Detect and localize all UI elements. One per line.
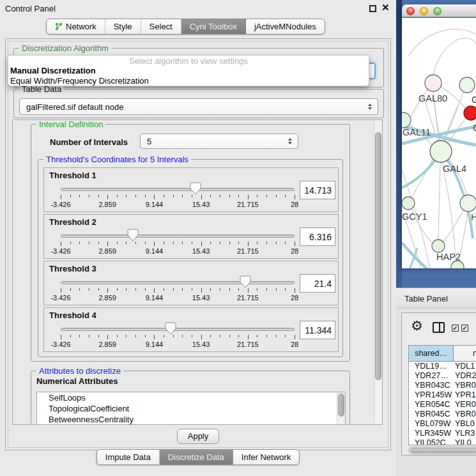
tick-label: 2.859 [98,294,116,302]
tick-mark [220,288,220,291]
threshold-value-field[interactable] [300,274,335,293]
network-edge[interactable] [444,107,458,142]
table-row[interactable]: YBR043CYBR0 [409,381,476,390]
checkbox-checked-icon[interactable]: ✓ [461,325,468,332]
network-graph[interactable]: GAL80GACGAL11GAL4GCY1HHAP2 [402,18,476,268]
table-data-combobox[interactable]: galFiltered.sif default node [19,98,378,115]
zoom-green-icon[interactable] [433,7,441,15]
table-row[interactable]: YLR345WYLR3 [409,429,476,438]
network-edge[interactable] [438,162,440,240]
node-label: GCY1 [402,211,427,222]
tick-mark [164,242,164,244]
network-edge[interactable] [408,29,476,56]
table-horizontal-scrollbar[interactable] [408,447,476,454]
threshold-slider-thumb[interactable] [127,229,139,242]
settings-vertical-scrollbar[interactable] [374,120,382,424]
tick-mark [238,288,239,291]
tick-label: 28 [291,341,298,348]
table-row[interactable]: YER054CYER0 [409,400,476,410]
tick-mark [248,242,249,246]
tab-select[interactable]: Select [141,19,181,34]
scrollbar-thumb[interactable] [375,132,381,380]
attribute-item-topologicalcoefficient[interactable]: TopologicalCoefficient [37,403,345,414]
tick-mark [126,335,127,337]
tick-mark [107,195,108,199]
minimize-yellow-icon[interactable] [420,7,428,15]
tab-style[interactable]: Style [105,19,141,34]
tick-label: 2.859 [98,341,116,348]
threshold-slider-track[interactable] [61,234,295,238]
tab-label: Network [66,22,96,31]
network-node-gal11[interactable] [402,112,411,128]
table-row[interactable]: YDL19…YDL1 [409,362,476,371]
scrollbar-thumb[interactable] [338,394,344,417]
split-columns-icon[interactable] [433,322,445,333]
tick-mark [276,288,277,291]
table-row[interactable]: YBR045CYBR0 [409,410,476,419]
thresholds-group: Threshold's Coordinates for 5 Intervals … [38,159,343,357]
table-data-selected: galFiltered.sif default node [26,102,123,112]
attributes-group: Attributes to discretize Numerical Attri… [31,371,350,425]
threshold-value-field[interactable] [300,321,335,339]
network-canvas[interactable]: GAL80GACGAL11GAL4GCY1HHAP2 [402,18,476,268]
bottom-tab-impute-data[interactable]: Impute Data [97,450,160,464]
network-edge[interactable] [411,157,434,198]
table-row[interactable]: YPR145WYPR1 [409,390,476,400]
threshold-value-field[interactable] [300,181,335,199]
tick-mark [229,335,230,337]
table-row[interactable]: YBL079WYBL0 [409,419,476,429]
network-edge[interactable] [433,38,476,75]
threshold-slider-track[interactable] [61,328,295,331]
network-node-gal80[interactable] [425,75,441,91]
control-panel: Control Panel ✕ NetworkStyleSelectCyni T… [0,0,396,476]
attributes-scrollbar[interactable] [337,392,345,425]
threshold-slider-thumb[interactable] [240,275,251,288]
tick-mark [220,195,220,197]
column-header-shared-name[interactable]: shared… [409,346,454,361]
table-row[interactable]: YDR27…YDR2 [409,371,476,381]
network-node-ga[interactable] [459,77,475,93]
table-row[interactable]: YIL052CYIL0 [409,438,476,445]
threshold-slider-track[interactable] [61,188,295,191]
table-panel-inset: ⚙ ✓ ✓ shared… na YDL19…YDL1YDR27…YDR2YBR… [401,312,476,456]
attribute-item-selfloops[interactable]: SelfLoops [37,392,345,403]
dropdown-option-manual-discretization[interactable]: Manual Discretization [8,66,369,76]
close-red-icon[interactable] [406,7,415,15]
number-of-intervals-combobox[interactable]: 5 [140,134,298,149]
tick-mark [201,242,202,246]
threshold-label: Threshold 4 [49,311,96,320]
tab-network[interactable]: Network [47,19,105,34]
column-header-name[interactable]: na [454,346,476,361]
network-node-hap2[interactable] [432,240,445,252]
dropdown-option-equal-width-frequency[interactable]: Equal Width/Frequency Discretization [8,76,369,86]
tick-label: 28 [291,247,298,255]
bottom-tab-discretize-data[interactable]: Discretize Data [160,450,233,464]
network-node-c[interactable] [464,106,476,120]
float-window-icon[interactable] [369,5,376,12]
tab-cyni-toolbox[interactable]: Cyni Toolbox [181,19,246,34]
numerical-attributes-list: SelfLoopsTopologicalCoefficientBetweenne… [36,392,346,425]
bottom-tab-infer-network[interactable]: Infer Network [233,450,299,464]
threshold-value-field[interactable] [300,227,335,246]
network-node-gcy1[interactable] [402,197,415,210]
close-icon[interactable]: ✕ [381,2,390,13]
desktop-background: GAL80GACGAL11GAL4GCY1HHAP2 [396,0,476,288]
threshold-slider-thumb[interactable] [190,182,201,195]
tab-jactivemnodules[interactable]: jActiveMNodules [246,19,325,34]
gear-icon[interactable]: ⚙ [411,318,423,334]
group-title: Interval Definition [36,119,105,129]
network-node-h[interactable] [460,195,476,211]
tick-mark [201,335,202,339]
apply-button[interactable]: Apply [177,429,219,444]
network-window-titlebar[interactable] [402,4,476,17]
checkbox-checked-icon[interactable]: ✓ [452,325,459,332]
tick-mark [266,195,267,197]
scrollbar-thumb[interactable] [410,448,476,453]
attribute-item-betweennesscentrality[interactable]: BetweennessCentrality [37,414,345,425]
threshold-slider-track[interactable] [61,281,295,284]
network-node-gal4[interactable] [430,141,452,162]
algorithm-dropdown-popup: Select algorithm to view settings Manual… [8,55,369,86]
network-edge[interactable] [443,209,464,242]
threshold-slider-thumb[interactable] [165,322,176,335]
tick-mark [79,242,80,244]
